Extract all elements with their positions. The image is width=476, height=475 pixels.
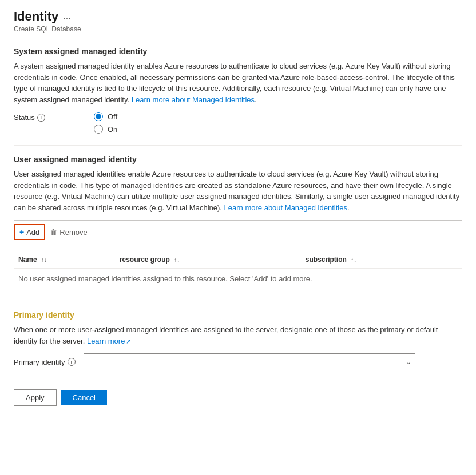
plus-icon: +: [19, 227, 24, 237]
remove-button-label: Remove: [60, 228, 87, 237]
user-assigned-title: User assigned managed identity: [14, 155, 462, 164]
col-name: Name ↑↓: [14, 251, 115, 269]
status-row: Status i Off On: [14, 112, 462, 134]
apply-button[interactable]: Apply: [14, 389, 57, 406]
primary-identity-dropdown[interactable]: [84, 353, 415, 370]
user-assigned-table: Name ↑↓ resource group ↑↓ subscription ↑…: [14, 251, 462, 289]
user-assigned-section: User assigned managed identity User assi…: [14, 155, 462, 289]
trash-icon: 🗑: [50, 228, 57, 237]
page-container: Identity ... Create SQL Database System …: [0, 0, 476, 420]
system-assigned-title: System assigned managed identity: [14, 47, 462, 56]
radio-off-item[interactable]: Off: [94, 112, 117, 121]
primary-identity-info-icon[interactable]: i: [68, 358, 76, 366]
radio-on-item[interactable]: On: [94, 125, 117, 134]
remove-button[interactable]: 🗑 Remove: [45, 226, 92, 239]
radio-on-input[interactable]: [94, 125, 103, 134]
primary-identity-title: Primary identity: [14, 310, 462, 320]
primary-identity-row: Primary identity i ⌄: [14, 353, 462, 370]
status-radio-group: Off On: [94, 112, 117, 134]
section-divider-2: [14, 301, 462, 301]
user-assigned-description: User assigned managed identities enable …: [14, 169, 462, 213]
system-assigned-section: System assigned managed identity A syste…: [14, 47, 462, 134]
primary-identity-label: Primary identity i: [14, 358, 77, 366]
table-empty-row: No user assigned managed identities assi…: [14, 269, 462, 289]
more-options-icon[interactable]: ...: [63, 11, 70, 22]
sort-icon-name[interactable]: ↑↓: [41, 257, 47, 263]
section-divider-1: [14, 145, 462, 146]
primary-identity-learn-more[interactable]: Learn more↗: [87, 337, 131, 345]
sort-icon-sub[interactable]: ↑↓: [351, 257, 356, 263]
radio-off-input[interactable]: [94, 112, 103, 121]
table-empty-message: No user assigned managed identities assi…: [14, 269, 462, 289]
status-info-icon[interactable]: i: [37, 114, 45, 122]
page-title: Identity: [14, 9, 58, 24]
external-link-icon: ↗: [126, 337, 131, 346]
sort-icon-rg[interactable]: ↑↓: [174, 257, 180, 263]
status-label: Status i: [14, 113, 48, 122]
system-assigned-description: A system assigned managed identity enabl…: [14, 61, 462, 105]
footer-buttons: Apply Cancel: [14, 389, 462, 406]
page-subtitle: Create SQL Database: [14, 25, 462, 33]
add-button-label: Add: [26, 228, 39, 237]
primary-identity-dropdown-wrapper: ⌄: [84, 353, 415, 370]
user-assigned-learn-more[interactable]: Learn more about Managed identities: [224, 203, 347, 212]
radio-off-label: Off: [108, 113, 117, 121]
system-assigned-learn-more[interactable]: Learn more about Managed identities: [132, 95, 255, 104]
primary-identity-section: Primary identity When one or more user-a…: [14, 310, 462, 370]
col-resource-group: resource group ↑↓: [115, 251, 301, 269]
page-header: Identity ... Create SQL Database: [14, 9, 462, 33]
table-header-row: Name ↑↓ resource group ↑↓ subscription ↑…: [14, 251, 462, 269]
user-assigned-toolbar: + Add 🗑 Remove: [14, 220, 462, 244]
add-button[interactable]: + Add: [14, 224, 45, 240]
footer-divider: [14, 382, 462, 382]
radio-on-label: On: [108, 125, 117, 134]
primary-identity-description: When one or more user-assigned managed i…: [14, 324, 462, 346]
cancel-button[interactable]: Cancel: [61, 390, 107, 405]
col-subscription: subscription ↑↓: [301, 251, 462, 269]
